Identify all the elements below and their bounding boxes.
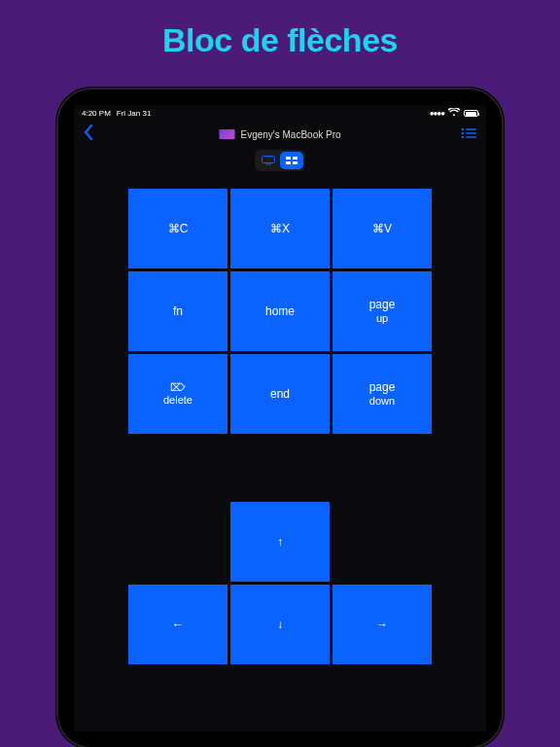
- blank-cell: [128, 502, 228, 582]
- svg-rect-6: [262, 157, 275, 163]
- svg-point-2: [462, 132, 465, 135]
- svg-rect-10: [286, 161, 291, 164]
- svg-point-0: [462, 128, 465, 131]
- nav-title: Evgeny's MacBook Pro: [219, 129, 340, 140]
- key-cut[interactable]: ⌘X: [230, 189, 330, 268]
- svg-rect-11: [293, 161, 298, 164]
- svg-rect-7: [265, 164, 271, 165]
- nav-bar: Evgeny's MacBook Pro: [74, 121, 486, 148]
- svg-rect-9: [293, 157, 298, 160]
- segment-blocks-icon[interactable]: [280, 152, 303, 169]
- key-home[interactable]: home: [230, 271, 330, 351]
- status-time: 4:20 PM: [82, 109, 111, 118]
- device-thumb-icon: [219, 129, 234, 139]
- tablet-frame: 4:20 PM Fri Jan 31 ●●●● Evgeny's MacBook…: [56, 88, 504, 747]
- segment-keyboard-icon[interactable]: [257, 152, 280, 169]
- key-paste[interactable]: ⌘V: [332, 189, 432, 268]
- key-page-up[interactable]: pageup: [332, 271, 432, 351]
- key-copy[interactable]: ⌘C: [128, 189, 228, 268]
- blank-cell: [332, 502, 432, 582]
- svg-rect-5: [466, 136, 476, 138]
- key-arrow-left[interactable]: ←: [128, 585, 228, 664]
- key-arrow-right[interactable]: →: [332, 585, 432, 664]
- key-end[interactable]: end: [230, 354, 330, 434]
- device-name: Evgeny's MacBook Pro: [240, 129, 340, 140]
- status-bar: 4:20 PM Fri Jan 31 ●●●●: [74, 105, 486, 121]
- battery-icon: [464, 110, 478, 117]
- svg-rect-1: [466, 128, 476, 130]
- status-date: Fri Jan 31: [117, 109, 152, 118]
- arrow-key-grid: ↑ ← ↓ →: [128, 502, 432, 664]
- page-title: Bloc de flèches: [0, 0, 560, 59]
- svg-rect-3: [466, 132, 476, 134]
- svg-point-4: [462, 136, 465, 139]
- key-arrow-up[interactable]: ↑: [230, 502, 330, 582]
- svg-rect-8: [286, 157, 291, 160]
- key-fn[interactable]: fn: [128, 271, 228, 351]
- signal-icon: ●●●●: [430, 109, 444, 118]
- wifi-icon: [448, 108, 460, 119]
- key-delete[interactable]: ⌦delete: [128, 354, 228, 434]
- key-page-down[interactable]: pagedown: [332, 354, 432, 434]
- back-button[interactable]: [84, 124, 93, 144]
- tablet-screen: 4:20 PM Fri Jan 31 ●●●● Evgeny's MacBook…: [74, 105, 486, 731]
- key-arrow-down[interactable]: ↓: [230, 585, 330, 664]
- function-key-grid: ⌘C ⌘X ⌘V fn home pageup ⌦delete end page…: [128, 189, 432, 434]
- layout-segmented-control[interactable]: [255, 150, 305, 171]
- list-button[interactable]: [461, 126, 476, 142]
